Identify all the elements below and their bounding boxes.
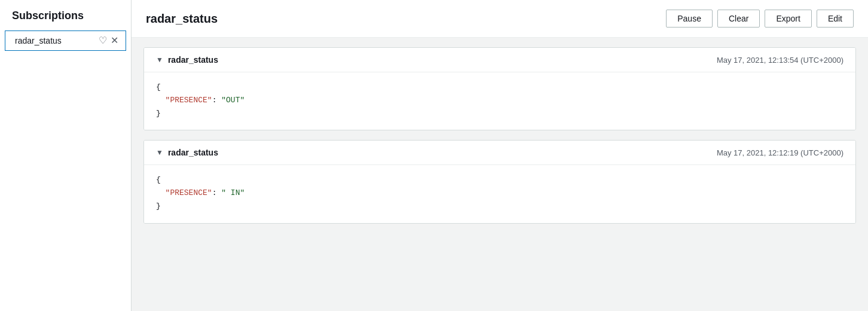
sidebar-item-label: radar_status <box>15 36 62 45</box>
header-buttons: Pause Clear Export Edit <box>666 10 854 28</box>
json-line-kv-2: "PRESENCE": " IN" <box>156 187 843 200</box>
message-card-1: ▼ radar_status May 17, 2021, 12:13:54 (U… <box>143 47 856 130</box>
topic-label-1: radar_status <box>168 55 218 65</box>
json-line-brace-close-1: } <box>156 107 843 120</box>
message-body-1: { "PRESENCE": "OUT" } <box>144 72 855 130</box>
message-header-2: ▼ radar_status May 17, 2021, 12:12:19 (U… <box>144 141 855 164</box>
sidebar-item-radar-status[interactable]: radar_status ♡ ✕ <box>5 31 126 51</box>
page-title: radar_status <box>146 12 218 26</box>
pause-button[interactable]: Pause <box>666 10 713 28</box>
message-timestamp-2: May 17, 2021, 12:12:19 (UTC+2000) <box>717 148 843 157</box>
message-topic-2: ▼ radar_status <box>156 148 218 157</box>
sidebar: Subscriptions radar_status ♡ ✕ <box>0 0 132 311</box>
message-body-2: { "PRESENCE": " IN" } <box>144 164 855 222</box>
message-topic-1: ▼ radar_status <box>156 55 218 65</box>
json-line-kv-1: "PRESENCE": "OUT" <box>156 94 843 107</box>
message-header-1: ▼ radar_status May 17, 2021, 12:13:54 (U… <box>144 48 855 72</box>
main-header: radar_status Pause Clear Export Edit <box>132 0 868 38</box>
topic-label-2: radar_status <box>168 148 218 157</box>
json-line-brace-open-1: { <box>156 81 843 94</box>
close-icon[interactable]: ✕ <box>111 36 118 45</box>
message-card-2: ▼ radar_status May 17, 2021, 12:12:19 (U… <box>143 140 856 223</box>
sidebar-title: Subscriptions <box>0 0 131 31</box>
sidebar-item-actions: ♡ ✕ <box>99 36 118 45</box>
collapse-icon-1[interactable]: ▼ <box>156 56 163 64</box>
heart-icon[interactable]: ♡ <box>99 36 107 45</box>
message-timestamp-1: May 17, 2021, 12:13:54 (UTC+2000) <box>717 56 843 65</box>
clear-button[interactable]: Clear <box>717 10 760 28</box>
main-content: radar_status Pause Clear Export Edit ▼ r… <box>132 0 868 311</box>
edit-button[interactable]: Edit <box>817 10 854 28</box>
export-button[interactable]: Export <box>765 10 811 28</box>
collapse-icon-2[interactable]: ▼ <box>156 148 163 157</box>
messages-area: ▼ radar_status May 17, 2021, 12:13:54 (U… <box>132 38 868 311</box>
json-line-brace-open-2: { <box>156 173 843 187</box>
json-line-brace-close-2: } <box>156 200 843 213</box>
